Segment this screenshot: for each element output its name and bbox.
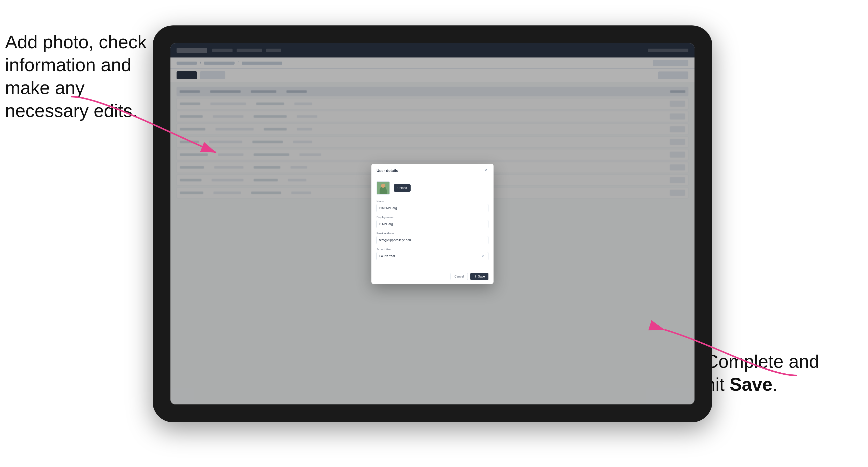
modal-backdrop: User details × Upload <box>170 43 694 404</box>
arrow-right-indicator <box>639 319 817 396</box>
annotation-left-line1: Add photo, check <box>5 32 147 52</box>
select-clear-icon[interactable]: × <box>482 254 484 258</box>
modal-body: Upload Name Display name Email addre <box>371 176 494 269</box>
photo-thumbnail <box>376 181 390 195</box>
save-label: Save <box>478 275 485 278</box>
save-icon: ⬆ <box>474 275 476 278</box>
display-name-input[interactable] <box>376 220 489 228</box>
email-label: Email address <box>376 232 489 235</box>
tablet-screen: / / <box>170 43 694 404</box>
avatar-figure <box>379 186 387 195</box>
name-label: Name <box>376 200 489 203</box>
tablet-frame: / / <box>153 25 712 422</box>
save-button[interactable]: ⬆ Save <box>470 273 489 280</box>
modal-header: User details × <box>371 164 494 176</box>
email-input[interactable] <box>376 236 489 244</box>
annotation-left-line2: information and <box>5 55 131 75</box>
select-controls: × ⌃⌄ <box>482 253 487 259</box>
close-icon: × <box>485 168 487 173</box>
display-name-label: Display name <box>376 216 489 219</box>
modal-title: User details <box>376 168 398 173</box>
upload-photo-button[interactable]: Upload <box>394 184 411 192</box>
name-field-group: Name <box>376 200 489 212</box>
photo-upload-row: Upload <box>376 181 489 195</box>
email-field-group: Email address <box>376 232 489 244</box>
arrow-left-indicator <box>51 87 229 163</box>
cancel-button[interactable]: Cancel <box>451 273 468 280</box>
school-year-select-wrapper: Fourth Year First Year Second Year Third… <box>376 252 489 260</box>
user-details-modal: User details × Upload <box>371 164 494 284</box>
school-year-select[interactable]: Fourth Year First Year Second Year Third… <box>376 252 489 260</box>
school-year-field-group: School Year Fourth Year First Year Secon… <box>376 248 489 260</box>
display-name-field-group: Display name <box>376 216 489 228</box>
school-year-label: School Year <box>376 248 489 251</box>
modal-footer: Cancel ⬆ Save <box>371 269 494 284</box>
modal-close-button[interactable]: × <box>483 168 489 173</box>
select-arrow-icon[interactable]: ⌃⌄ <box>485 253 487 259</box>
name-input[interactable] <box>376 204 489 212</box>
